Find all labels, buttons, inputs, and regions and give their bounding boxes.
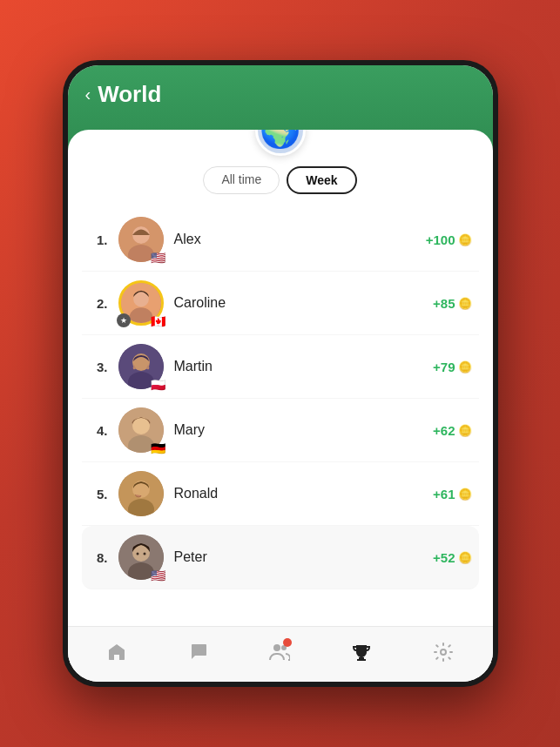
list-item[interactable]: 4. 🇩🇪 Mary [82,399,479,462]
avatar-container [118,471,164,516]
svg-point-25 [441,649,446,655]
flag-icon: 🇩🇪 [151,442,165,454]
leaderboard-list: 1. 🇺🇸 Alex [68,208,493,626]
avatar [118,471,164,516]
score-label: +85 🪙 [433,296,471,311]
list-item[interactable]: 2. ★ 🇨🇦 Caroline [82,272,479,335]
score-label: +100 🪙 [426,232,472,247]
nav-item-home[interactable] [96,636,138,673]
coin-icon: 🪙 [458,297,472,310]
tab-week[interactable]: Week [287,166,356,194]
rank-label: 1. [89,232,108,247]
coin-icon: 🪙 [458,360,472,374]
nav-item-friends[interactable] [259,636,300,673]
tabs-container: All time Week [68,166,493,194]
coin-icon: 🪙 [458,424,472,437]
user-name: Martin [174,359,423,374]
home-icon [106,642,127,668]
score-label: +52 🪙 [433,550,471,565]
avatar-container: 🇩🇪 [118,407,164,453]
globe-icon: 🌍 [255,130,306,156]
rank-label: 8. [89,550,108,565]
svg-rect-23 [359,657,364,659]
star-badge: ★ [117,313,131,327]
flag-icon: 🇺🇸 [151,569,165,582]
user-name: Alex [174,232,415,247]
list-item[interactable]: 5. Ronald [82,462,479,526]
tab-all-time[interactable]: All time [203,166,280,194]
trophy-icon [351,642,372,668]
svg-point-19 [136,553,138,555]
app-container: ‹ World 🌍 All time Week 1. [68,65,493,682]
avatar-container: 🇵🇱 [118,344,164,389]
svg-point-21 [273,644,280,651]
rank-label: 4. [89,423,108,438]
chat-icon [188,642,209,668]
rank-label: 5. [89,487,108,501]
globe-container: 🌍 [68,130,493,156]
svg-rect-24 [357,659,366,661]
bottom-nav [68,626,493,682]
user-name: Mary [174,422,423,438]
user-name: Ronald [174,486,423,501]
page-title: World [98,81,161,108]
avatar-container: 🇺🇸 [118,535,164,580]
nav-item-chat[interactable] [178,636,219,673]
main-content: 🌍 All time Week 1. [68,130,493,682]
flag-icon: 🇵🇱 [151,379,165,391]
nav-item-trophy[interactable] [341,636,382,673]
user-name: Caroline [174,295,423,311]
nav-item-settings[interactable] [422,636,464,673]
list-item[interactable]: 1. 🇺🇸 Alex [82,208,479,272]
rank-label: 2. [89,296,108,311]
coin-icon: 🪙 [458,551,472,564]
back-button[interactable]: ‹ [85,84,91,104]
notification-badge [283,638,292,647]
list-item[interactable]: 8. 🇺🇸 [82,526,479,589]
score-label: +61 🪙 [433,487,471,501]
user-name: Peter [174,549,423,565]
flag-icon: 🇨🇦 [151,315,165,327]
svg-point-20 [143,553,145,555]
flag-icon: 🇺🇸 [151,252,165,264]
score-label: +79 🪙 [433,360,471,374]
rank-label: 3. [89,360,108,374]
settings-icon [433,642,454,668]
avatar-container: 🇺🇸 [118,217,164,262]
score-label: +62 🪙 [433,423,471,438]
coin-icon: 🪙 [458,488,472,501]
avatar-container: ★ 🇨🇦 [118,280,164,326]
coin-icon: 🪙 [458,233,472,246]
list-item[interactable]: 3. 🇵🇱 [82,335,479,399]
device-frame: ‹ World 🌍 All time Week 1. [63,60,498,687]
